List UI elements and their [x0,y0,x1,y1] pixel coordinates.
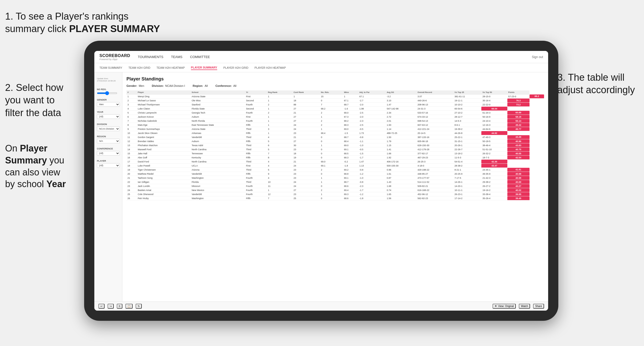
table-row[interactable]: 3Michael ThorbjornsenStanfordFourth28876… [126,103,544,107]
subnav-team-h2h-heatmap[interactable]: TEAM H2H HEATMAP [157,66,185,70]
table-row[interactable]: 12Brendan ValdesAuburnFifth527068.4-1.11… [126,139,544,143]
cell-12-8: -1.0 [358,143,386,147]
paste-btn[interactable]: 📋 [125,304,133,309]
filter-gender: Gender: Men [126,84,144,87]
subnav-player-h2h-heatmap[interactable]: PLAYER H2H HEATMAP [254,66,286,70]
table-row[interactable]: 22Ian GilliganFloridaThird1024168.7-0.81… [126,180,544,184]
cell-5-12: 50-16-9 [481,115,507,119]
cell-10-0: 11 [126,135,137,139]
table-row[interactable]: 6Jackson KoivunAuburnFirst127167.3-2.02.… [126,115,544,119]
cell-3-8: 1.98 [358,107,386,111]
cell-3-0: 4 [126,107,137,111]
cell-12-13: 43.83 [507,143,530,147]
player-standings-table: # Player School Yr Reg Rank Conf Rank No… [126,90,544,200]
cell-7-5: 24 [292,123,320,127]
table-row[interactable]: 20Matthew RiedelVanderbiltFifth923068.8-… [126,172,544,176]
cell-25-8: -1.8 [358,196,386,200]
subnav-team-h2h-grid[interactable]: TEAM H2H GRID [128,66,150,70]
annotation-2-line2: you want to [5,95,55,105]
cell-7-1: Mats Ege [137,123,190,127]
copy-btn[interactable]: ⎘ [117,304,122,309]
table-row[interactable]: 8Mats EgeEast Tennessee StateFifth124268… [126,123,544,127]
cell-15-2: Kentucky [191,156,245,160]
table-row[interactable]: 4Luke ClatonFlorida StateSecond12768.2-1… [126,107,544,111]
watch-btn[interactable]: Watch [519,304,530,309]
cell-4-5: 21 [292,111,320,115]
cell-18-10: 429-198-22 [417,168,454,172]
gender-select[interactable]: Men [97,102,120,107]
table-row[interactable]: 15Jake HallTennesseeFifth718068.5-1.51.6… [126,151,544,156]
table-row[interactable]: 5Christo LamprechtGeorgia TechFourth2212… [126,111,544,115]
cell-5-10: 674-33-12 [417,115,454,119]
player-select[interactable]: (All) [97,163,120,168]
update-time: Update time: 27/03/2024 16:56:26 [97,77,120,82]
cell-3-6: 68.2 [320,107,343,111]
table-row[interactable]: 25Cole SherwoodVanderbiltFourth1223169.3… [126,192,544,196]
cell-0-11: 381-61-11 [454,94,482,99]
cell-10-2: Vanderbilt [191,135,245,139]
table-row[interactable]: 18Luke PowellUCLAFirst42469.1-1.81.13500… [126,164,544,168]
table-row[interactable]: 21Taehoon SongWashingtonFourth423169.1-1… [126,176,544,180]
year-select[interactable]: (All) [97,114,120,119]
cell-8-0: 9 [126,127,137,131]
sign-out-link[interactable]: Sign out [532,55,543,59]
cell-4-10: 533-57-16 [417,111,454,115]
cell-1-6: 0 [320,99,343,103]
cell-9-6: 68.4 [320,131,343,135]
cell-12-10: 628-150-30 [417,143,454,147]
cell-7-7: 68.3 [343,123,358,127]
table-row[interactable]: 10Jacob Skov OlesenArkansasFifth12368.4-… [126,131,544,135]
cell-20-9: 0.87 [386,176,417,180]
view-original-btn[interactable]: 👁 View: Original [493,304,516,309]
filter-conference: Conference: All [215,84,236,87]
cell-17-7: -1.8 [343,164,358,168]
cell-23-10: 616-168-22 [417,188,454,192]
table-row[interactable]: 16Alex GoffKentuckyFifth819068.3-1.71.92… [126,156,544,160]
cell-13-13: 40.75 [507,147,530,151]
refresh-btn[interactable]: ↻ [136,304,142,309]
division-select[interactable]: NCAA Division I [97,127,120,131]
table-row[interactable]: 9Preston SummerhaysArizona StateThird324… [126,127,544,131]
cell-24-3: Fourth [245,192,267,196]
undo-btn[interactable]: ↩ [98,304,105,309]
cell-16-2: North Carolina [191,160,245,164]
subnav-player-h2h-grid[interactable]: PLAYER H2H GRID [223,66,248,70]
cell-7-3: Fifth [245,123,267,127]
table-row[interactable]: 19Tiger ChristensenArizonaThird523269.2-… [126,168,544,172]
table-row[interactable]: 1Wenyi DingArizona StateFirst1115167.1-3… [126,94,544,99]
cell-14-6: 0 [320,151,343,156]
share-btn[interactable]: Share [533,304,544,309]
nav-teams[interactable]: TEAMS [171,54,183,60]
no-rds-slider[interactable] [97,92,117,94]
cell-22-7: 68.6 [343,184,358,188]
cell-17-9: 500-155-30 [386,164,417,168]
subnav-player-summary[interactable]: PLAYER SUMMARY [191,65,217,70]
sidebar-division: Division NCAA Division I [97,123,120,131]
conference-select[interactable]: (All) [97,151,120,156]
region-select[interactable]: N/A [97,139,120,143]
cell-14-10: 377-82-17 [417,151,454,156]
table-row[interactable]: 11Gordon SargentVanderbiltThird421068.7-… [126,135,544,139]
table-row[interactable]: 23Jack LundinMissouriFourth1124068.6-2.3… [126,184,544,188]
cell-19-1: Matthew Riedel [137,172,190,176]
cell-0-7: 1 [343,94,358,99]
nav-tournaments[interactable]: TOURNAMENTS [138,54,163,60]
redo-btn[interactable]: ↪ [108,304,114,309]
subnav-team-summary[interactable]: TEAM SUMMARY [99,66,122,70]
table-row[interactable]: 26Petr HrubyWashingtonFifth725068.6-1.81… [126,196,544,200]
cell-4-1: Christo Lamprecht [137,111,190,115]
table-row[interactable]: 7Nicholas GabrelcikNorth FloridaFourth12… [126,119,544,123]
cell-21-8: -0.8 [358,180,386,184]
table-row[interactable]: 13Phichaksn MaichonTexas A&MThird630169.… [126,143,544,147]
table-row[interactable]: 24Bastien AmatNew MexicoFourth127269.4-1… [126,188,544,192]
table-body: 1Wenyi DingArizona StateFirst1115167.1-3… [126,94,544,200]
cell-18-8: -0.8 [358,168,386,172]
cell-8-10: 412-221-24 [417,127,454,131]
table-row[interactable]: 17David FordNorth CarolinaThird42169.0-0… [126,160,544,164]
table-row[interactable]: 2Michael Le SassoOle MissSecond118067.1-… [126,99,544,103]
cell-11-3: Fifth [245,139,267,143]
cell-19-12: 49-35-9 [481,172,507,176]
cell-9-7: -1.5 [343,131,358,135]
table-row[interactable]: 14Maxwell FordNorth CarolinaThird523069.… [126,147,544,151]
nav-committee[interactable]: COMMITTEE [190,54,210,60]
